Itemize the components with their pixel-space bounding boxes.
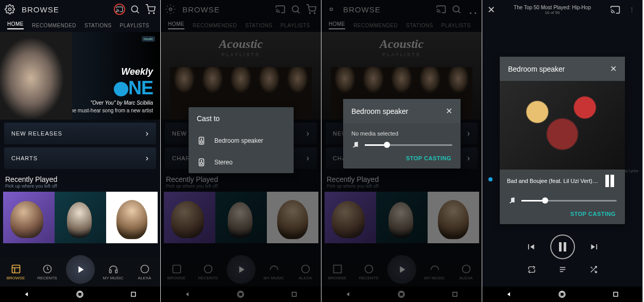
cast-icon[interactable]: [609, 4, 621, 15]
tab-playlists[interactable]: PLAYLISTS: [120, 23, 149, 28]
cast-icon[interactable]: [114, 4, 125, 15]
stop-casting-button[interactable]: STOP CASTING: [570, 211, 616, 217]
stop-casting-button[interactable]: STOP CASTING: [406, 155, 451, 161]
row-charts[interactable]: CHARTS ›: [4, 147, 156, 169]
nav-recents[interactable]: RECENTS: [195, 264, 221, 280]
settings-icon[interactable]: [326, 4, 337, 15]
search-icon[interactable]: [451, 4, 462, 15]
svg-point-16: [314, 13, 315, 14]
dialog-title: Cast to: [197, 114, 219, 123]
prev-icon[interactable]: [526, 242, 536, 252]
svg-point-41: [510, 202, 511, 204]
shuffle-icon[interactable]: [589, 265, 598, 274]
back-icon[interactable]: [183, 290, 192, 298]
svg-rect-7: [109, 270, 111, 273]
volume-control: [343, 137, 461, 151]
svg-point-3: [149, 13, 150, 14]
recents-icon[interactable]: [612, 290, 620, 298]
settings-icon[interactable]: [4, 4, 15, 15]
svg-point-36: [399, 292, 403, 296]
svg-point-15: [310, 13, 311, 14]
nav-browse[interactable]: BROWSE: [164, 264, 190, 280]
svg-point-14: [292, 6, 298, 12]
svg-rect-38: [453, 292, 457, 296]
screen-3-cast-connected: BROWSE HOMERECOMMENDEDSTATIONSPLAYLISTS …: [321, 0, 482, 302]
hero-artwork: [0, 32, 72, 120]
repeat-icon[interactable]: [528, 265, 536, 274]
queue-icon[interactable]: [558, 265, 567, 274]
svg-point-39: [353, 146, 354, 148]
nav-alexa[interactable]: ALEXA: [132, 264, 158, 280]
svg-point-35: [462, 265, 470, 273]
volume-slider[interactable]: [365, 144, 452, 146]
back-icon[interactable]: [23, 290, 31, 298]
hero-logo: NE: [66, 77, 153, 99]
home-icon[interactable]: [558, 290, 566, 298]
svg-point-1: [116, 11, 117, 12]
queue-position: 10 of 50: [500, 10, 604, 15]
bottom-nav: BROWSE RECENTS MY MUSIC ALEXA: [0, 258, 160, 287]
recents-icon[interactable]: [290, 290, 298, 298]
nav-now-playing[interactable]: [66, 255, 95, 284]
svg-point-27: [200, 162, 203, 165]
tab-home[interactable]: HOME: [7, 21, 24, 29]
hero-banner[interactable]: music Weekly NE "Over You" by Marc Scibi…: [0, 32, 160, 120]
cast-device-stereo[interactable]: Stereo: [189, 152, 294, 173]
track-row: Bad and Boujee (feat. Lil Uzi Vert)…: [500, 170, 625, 192]
row-new-releases[interactable]: NEW RELEASES ›: [4, 123, 156, 144]
nav-mymusic[interactable]: MY MUSIC: [100, 264, 126, 280]
home-icon[interactable]: [236, 290, 245, 298]
recent-item[interactable]: [106, 192, 158, 243]
cart-icon[interactable]: [466, 4, 478, 15]
tab-recommended[interactable]: RECOMMENDED: [32, 23, 76, 28]
device-name: Stereo: [214, 159, 232, 166]
page-title: BROWSE: [22, 5, 110, 14]
more-icon[interactable]: ⋮: [626, 4, 637, 15]
nav-recents[interactable]: RECENTS: [35, 264, 60, 280]
search-icon[interactable]: [129, 4, 141, 15]
screen-2-cast-to: BROWSE HOMERECOMMENDEDSTATIONSPLAYLISTS …: [161, 0, 321, 302]
settings-icon[interactable]: [165, 4, 176, 15]
close-icon[interactable]: ✕: [446, 106, 452, 116]
recent-item[interactable]: [3, 192, 55, 243]
play-pause-button[interactable]: [550, 234, 575, 259]
recents-icon[interactable]: [129, 290, 138, 298]
back-icon[interactable]: [505, 290, 513, 298]
cast-device-bedroom[interactable]: Bedroom speaker: [189, 130, 294, 152]
pause-button[interactable]: [605, 175, 618, 187]
hero-subtitle-2: One must-hear song from a new artist: [66, 108, 153, 113]
cast-icon[interactable]: [435, 4, 447, 15]
nav-mymusic[interactable]: MY MUSIC: [261, 264, 287, 280]
cast-icon[interactable]: [275, 4, 286, 15]
recent-title: Recently Played: [0, 169, 160, 183]
next-icon[interactable]: [589, 242, 600, 252]
home-icon[interactable]: [76, 290, 84, 298]
close-icon[interactable]: ✕: [610, 64, 617, 74]
close-icon[interactable]: ✕: [487, 4, 495, 15]
hero-acoustic[interactable]: Acoustic PLAYLISTS: [161, 32, 321, 120]
svg-point-40: [357, 145, 358, 147]
svg-point-25: [201, 139, 202, 140]
recent-item[interactable]: [55, 192, 106, 243]
nav-alexa[interactable]: ALEXA: [293, 264, 318, 280]
svg-rect-17: [173, 265, 180, 273]
cart-icon[interactable]: [145, 4, 156, 15]
recent-thumbs: [0, 192, 160, 243]
cast-control-dialog: Bedroom speaker ✕ No media selected STOP…: [343, 99, 461, 169]
top-bar: BROWSE: [161, 0, 321, 19]
nav-now-playing[interactable]: [227, 255, 256, 284]
search-icon[interactable]: [290, 4, 301, 15]
svg-rect-33: [333, 265, 341, 273]
speaker-icon: [197, 158, 206, 167]
top-bar: BROWSE: [0, 0, 160, 19]
android-softkeys: [0, 287, 160, 302]
tab-stations[interactable]: STATIONS: [84, 23, 112, 28]
svg-point-13: [170, 8, 172, 11]
queue-info[interactable]: The Top 50 Most Played: Hip-Hop 10 of 50: [500, 5, 604, 15]
nav-browse[interactable]: BROWSE: [3, 264, 29, 280]
progress-handle[interactable]: [488, 177, 493, 181]
volume-slider[interactable]: [521, 200, 617, 202]
chevron-right-icon: ›: [146, 154, 149, 163]
cart-icon[interactable]: [306, 4, 317, 15]
svg-point-34: [365, 265, 372, 273]
